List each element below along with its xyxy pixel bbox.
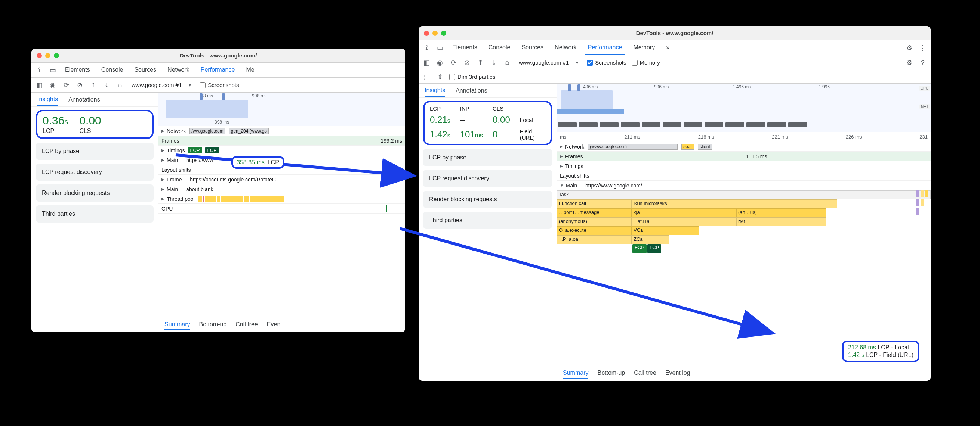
screenshots-checkbox[interactable]: Screenshots [587, 59, 626, 66]
screenshot-thumb[interactable] [788, 122, 807, 127]
btab-call-tree[interactable]: Call tree [634, 368, 656, 378]
flame-port[interactable]: …port1…message [557, 208, 632, 217]
range-handle-left[interactable] [568, 84, 571, 91]
download-icon[interactable]: ⤓ [490, 59, 498, 67]
flame-rmf[interactable]: rMf [736, 217, 826, 226]
inspect-icon[interactable]: ⟟ [35, 66, 43, 74]
disclosure-icon[interactable]: ▶ [161, 177, 164, 181]
btab-event[interactable]: Event [267, 320, 282, 330]
tab-memory[interactable]: Memory [243, 63, 255, 77]
screenshot-thumb[interactable] [746, 122, 765, 127]
track-network[interactable]: ▶ Network (www.google.com) sear client [557, 142, 931, 152]
time-ruler[interactable]: ms 211 ms 216 ms 221 ms 226 ms 231 [557, 132, 931, 142]
btab-bottom-up[interactable]: Bottom-up [199, 320, 226, 330]
flame-zca[interactable]: ZCa [632, 235, 669, 244]
tab-insights[interactable]: Insights [37, 94, 58, 106]
close-icon[interactable] [424, 31, 429, 36]
net-seg[interactable]: /ww.google.com [189, 128, 225, 134]
memory-checkbox[interactable]: Memory [632, 59, 660, 66]
track-main-blank[interactable]: ▶ Main — about:blank [159, 184, 405, 194]
net-seg[interactable]: gen_204 (www.go [229, 128, 269, 134]
tab-elements[interactable]: Elements [62, 63, 93, 77]
insight-lcp-discovery[interactable]: LCP request discovery [36, 163, 154, 181]
dim-checkbox[interactable]: Dim 3rd parties [449, 74, 496, 80]
insight-lcp-phase[interactable]: LCP by phase [36, 143, 154, 160]
upload-icon[interactable]: ⤒ [89, 81, 97, 89]
insight-lcp-discovery[interactable]: LCP request discovery [423, 170, 552, 187]
btab-event-log[interactable]: Event log [665, 368, 690, 378]
track-frames[interactable]: ▶ Frames 101.5 ms [557, 152, 931, 161]
minimize-icon[interactable] [45, 53, 51, 58]
tab-more[interactable]: » [663, 40, 672, 55]
net-seg[interactable]: sear [681, 144, 694, 150]
net-seg[interactable]: client [698, 144, 712, 150]
tracks[interactable]: ▶ Network /ww.google.com gen_204 (www.go… [159, 126, 405, 214]
flame-anus[interactable]: (an…us) [736, 208, 826, 217]
profile-dropdown[interactable]: www.google.com #1 ▼ [129, 81, 194, 89]
collapse-icon[interactable]: ⇕ [436, 73, 444, 81]
tab-network[interactable]: Network [164, 63, 192, 77]
screenshot-thumb[interactable] [558, 122, 577, 127]
insight-render-blocking[interactable]: Render blocking requests [36, 184, 154, 202]
track-timings[interactable]: ▶ Timings [557, 161, 931, 171]
flame-paoa[interactable]: _.P_a.oa [557, 235, 632, 244]
traffic-lights[interactable] [37, 53, 59, 58]
toggle-sidebar-icon[interactable]: ◧ [422, 59, 431, 67]
btab-summary[interactable]: Summary [164, 320, 190, 330]
minimap[interactable]: 496 ms 996 ms 1,496 ms 1,996 CPU NET [557, 84, 931, 132]
insight-third-parties[interactable]: Third parties [423, 212, 552, 229]
tab-network[interactable]: Network [552, 40, 580, 55]
flame-fn[interactable]: Function call [557, 200, 632, 208]
tab-console[interactable]: Console [98, 63, 126, 77]
track-layout-shifts[interactable]: Layout shifts [557, 171, 931, 181]
tab-sources[interactable]: Sources [131, 63, 159, 77]
disclosure-icon[interactable]: ▶ [560, 164, 563, 168]
tab-elements[interactable]: Elements [449, 40, 480, 55]
tab-console[interactable]: Console [485, 40, 514, 55]
flame-vca[interactable]: VCa [632, 226, 699, 235]
maximize-icon[interactable] [54, 53, 59, 58]
range-handle-left[interactable] [200, 93, 202, 100]
flame-oexec[interactable]: O_a.execute [557, 226, 632, 235]
tracks[interactable]: ▶ Network (www.google.com) sear client ▶… [557, 142, 931, 253]
disclosure-icon[interactable]: ▶ [560, 144, 563, 149]
disclosure-icon[interactable]: ▶ [161, 129, 164, 133]
screenshot-thumb[interactable] [663, 122, 681, 127]
fcp-badge[interactable]: FCP [188, 147, 202, 154]
download-icon[interactable]: ⤓ [102, 81, 111, 89]
home-icon[interactable]: ⌂ [116, 81, 124, 89]
disclosure-icon[interactable]: ▶ [161, 158, 164, 162]
flame-task[interactable]: Task [557, 190, 931, 200]
screenshot-thumb[interactable] [705, 122, 723, 127]
toggle-sidebar-icon[interactable]: ◧ [35, 81, 43, 89]
range-handle-right[interactable] [222, 93, 225, 100]
screenshot-thumb[interactable] [600, 122, 619, 127]
lcp-badge[interactable]: LCP [648, 244, 661, 253]
fcp-badge[interactable]: FCP [632, 244, 647, 253]
tab-memory[interactable]: Memory [630, 40, 658, 55]
close-icon[interactable] [37, 53, 42, 58]
track-frame[interactable]: ▶ Frame — https://accounts.google.com/Ro… [159, 175, 405, 184]
help-icon[interactable]: ？ [919, 59, 927, 67]
device-icon[interactable]: ▭ [436, 44, 444, 52]
record-icon[interactable]: ◉ [49, 81, 57, 89]
screenshots-checkbox[interactable]: Screenshots [200, 82, 239, 88]
disclosure-icon[interactable]: ▶ [161, 187, 164, 191]
kebab-icon[interactable]: ⋮ [919, 44, 927, 52]
clear-icon[interactable]: ⊘ [463, 59, 471, 67]
tab-performance[interactable]: Performance [585, 40, 625, 55]
home-icon[interactable]: ⌂ [503, 59, 511, 67]
upload-icon[interactable]: ⤒ [476, 59, 484, 67]
gear-icon[interactable]: ⚙ [905, 59, 913, 67]
screenshot-thumb[interactable] [642, 122, 660, 127]
tab-sources[interactable]: Sources [519, 40, 546, 55]
btab-summary[interactable]: Summary [563, 368, 588, 378]
minimize-icon[interactable] [433, 31, 438, 36]
range-handle-right[interactable] [578, 84, 581, 91]
screenshot-thumb[interactable] [725, 122, 744, 127]
device-icon[interactable]: ▭ [49, 66, 57, 74]
flame-afita[interactable]: _.af.ITa [632, 217, 736, 226]
disclosure-icon[interactable]: ▼ [560, 183, 564, 187]
track-frames[interactable]: Frames 199.2 ms [159, 136, 405, 146]
reload-icon[interactable]: ⟳ [62, 81, 70, 89]
